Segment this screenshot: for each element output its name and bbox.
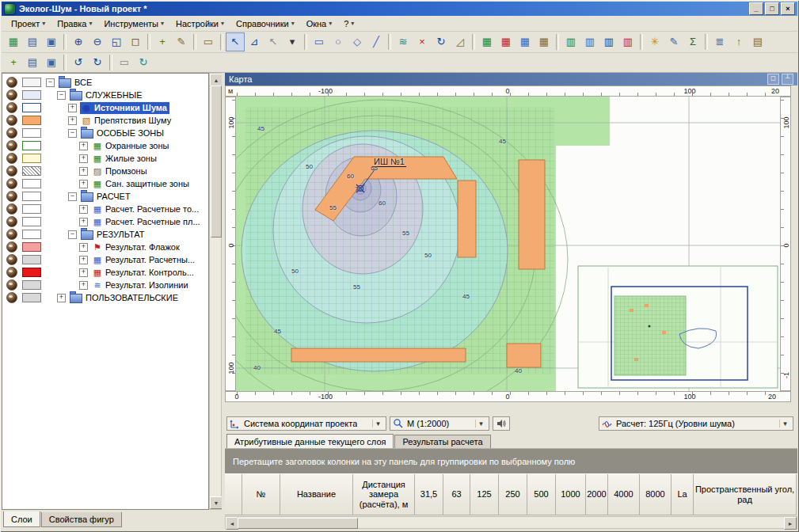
visibility-eye-icon[interactable] <box>6 191 17 202</box>
layer-color-swatch[interactable] <box>22 242 41 252</box>
tree-expander[interactable]: + <box>79 154 88 163</box>
node-pointer-icon[interactable]: ⊿ <box>245 32 264 51</box>
map-canvas[interactable] <box>236 97 780 391</box>
layers-icon[interactable]: ▤ <box>23 32 42 51</box>
tree-item[interactable]: +⚑Результат. Флажок <box>2 241 208 253</box>
layer-color-swatch[interactable] <box>22 179 41 188</box>
visibility-eye-icon[interactable] <box>6 77 17 88</box>
building-bar-right[interactable] <box>519 160 545 269</box>
menu-project[interactable]: Проект▾ <box>5 17 51 30</box>
scale-select[interactable]: М (1:2000) ▾ <box>390 416 489 431</box>
column-header[interactable]: 500 <box>527 474 556 515</box>
layer-color-swatch[interactable] <box>22 230 41 239</box>
chevron-down-icon[interactable]: ▾ <box>779 420 790 428</box>
layer-color-swatch[interactable] <box>22 280 41 290</box>
settings-pen-icon[interactable]: ✎ <box>664 32 683 51</box>
grid-edit-icon[interactable]: ▦ <box>516 32 535 51</box>
points-up-icon[interactable]: ▥ <box>580 32 599 51</box>
tree-expander[interactable]: + <box>79 268 88 277</box>
visibility-eye-icon[interactable] <box>6 89 17 101</box>
tree-item[interactable]: −ВСЕ <box>2 76 208 89</box>
tree-item[interactable]: +▧Препятствия Шуму <box>2 114 208 127</box>
points-remove-icon[interactable]: ▥ <box>618 32 637 51</box>
scroll-up-icon[interactable]: ▲ <box>210 74 223 86</box>
pin-panel-icon[interactable]: ┴ <box>782 74 793 85</box>
result-select[interactable]: Расчет: 125Гц (Уровни шума) ▾ <box>599 416 793 431</box>
menu-tools[interactable]: Инструменты▾ <box>97 17 169 30</box>
minimize-button[interactable]: _ <box>749 2 763 15</box>
visibility-eye-icon[interactable] <box>6 241 17 253</box>
rotate-icon[interactable]: ↻ <box>432 32 451 51</box>
report-icon[interactable]: ▤ <box>748 32 767 51</box>
redo-icon[interactable]: ↻ <box>88 53 107 72</box>
tree-expander[interactable]: + <box>79 256 88 264</box>
building-bar-bottom[interactable] <box>291 348 466 362</box>
tree-item[interactable]: −РЕЗУЛЬТАТ <box>2 228 208 241</box>
table-hscrollbar[interactable]: ◄ ► <box>225 516 797 529</box>
tab-calculation-results[interactable]: Результаты расчета <box>394 435 490 448</box>
visibility-eye-icon[interactable] <box>6 153 17 164</box>
layer-color-swatch[interactable] <box>22 154 41 163</box>
transform-icon[interactable]: ◿ <box>451 32 470 51</box>
tree-expander[interactable]: − <box>57 91 66 100</box>
tree-item[interactable]: +▨Промзоны <box>2 165 208 177</box>
float-panel-icon[interactable]: ◻ <box>767 74 779 85</box>
column-header[interactable]: № <box>242 474 280 515</box>
pointer-mode-dropdown[interactable]: ▾ <box>283 32 302 51</box>
draw-ellipse-icon[interactable]: ○ <box>329 32 348 51</box>
column-header[interactable]: 2000 <box>586 474 608 515</box>
layer-color-swatch[interactable] <box>22 255 41 264</box>
tree-expander[interactable]: + <box>79 205 88 214</box>
visibility-eye-icon[interactable] <box>6 292 17 303</box>
tree-expander[interactable]: − <box>68 230 77 239</box>
tree-item[interactable]: +≋Результат. Изолинии <box>2 279 208 291</box>
tree-expander[interactable]: + <box>68 116 77 125</box>
scrollbar-thumb[interactable] <box>238 518 358 529</box>
zoom-in-icon[interactable]: ⊕ <box>69 32 88 51</box>
chevron-down-icon[interactable]: ▾ <box>372 420 383 428</box>
layer-color-swatch[interactable] <box>22 116 41 125</box>
tree-item[interactable]: +▦Сан. защитные зоны <box>2 177 208 190</box>
undo-icon[interactable]: ↺ <box>69 53 88 72</box>
column-header[interactable]: La <box>672 474 694 515</box>
layer-color-swatch[interactable] <box>22 78 41 87</box>
draw-line-icon[interactable]: ╱ <box>367 32 386 51</box>
visibility-eye-icon[interactable] <box>6 165 17 177</box>
tree-item[interactable]: +▦Расчет. Расчетные пл... <box>2 215 208 228</box>
column-header[interactable]: 125 <box>470 474 499 515</box>
sheets-icon[interactable]: ▤ <box>23 53 42 72</box>
layer-color-swatch[interactable] <box>22 166 41 176</box>
tree-expander[interactable]: + <box>68 104 77 112</box>
column-header[interactable]: 1000 <box>556 474 586 515</box>
select-pointer-icon[interactable]: ↖ <box>226 32 245 51</box>
wave-icon[interactable]: ≋ <box>394 32 413 51</box>
visibility-eye-icon[interactable] <box>6 140 17 151</box>
layer-color-swatch[interactable] <box>22 141 41 150</box>
delete-icon[interactable]: × <box>413 32 432 51</box>
visibility-eye-icon[interactable] <box>6 279 17 291</box>
selection-frame-icon[interactable]: ▭ <box>115 53 134 72</box>
sum-icon[interactable]: Σ <box>683 32 702 51</box>
layer-color-swatch[interactable] <box>22 268 41 277</box>
layer-color-swatch[interactable] <box>22 217 41 226</box>
layer-color-swatch[interactable] <box>22 293 41 302</box>
column-header[interactable]: Дистанция замера (расчёта), м <box>353 474 415 515</box>
tab-layers[interactable]: Слои <box>3 511 40 527</box>
overview-minimap[interactable] <box>578 266 778 388</box>
visibility-eye-icon[interactable] <box>6 102 17 113</box>
shape-pointer-icon[interactable]: ↖ <box>264 32 283 51</box>
zoom-extent-icon[interactable]: ◻ <box>126 32 145 51</box>
scrollbar-thumb[interactable] <box>211 86 222 238</box>
add-figure-icon[interactable]: + <box>153 32 172 51</box>
visibility-eye-icon[interactable] <box>6 203 17 215</box>
grid-props-icon[interactable]: ▦ <box>535 32 554 51</box>
tree-item[interactable]: +◉Источники Шума <box>2 101 208 114</box>
tree-item[interactable]: +▦Расчет. Расчетные то... <box>2 203 208 215</box>
tree-expander[interactable]: + <box>79 218 88 226</box>
tree-expander[interactable]: + <box>79 243 88 252</box>
tree-item[interactable]: +ПОЛЬЗОВАТЕЛЬСКИЕ <box>2 291 208 304</box>
save-sheet-icon[interactable]: ▣ <box>42 53 61 72</box>
maximize-button[interactable]: □ <box>765 2 779 15</box>
menu-edit[interactable]: Правка▾ <box>51 17 97 30</box>
tab-attributes-current-layer[interactable]: Атрибутивные данные текущего слоя <box>226 434 394 448</box>
